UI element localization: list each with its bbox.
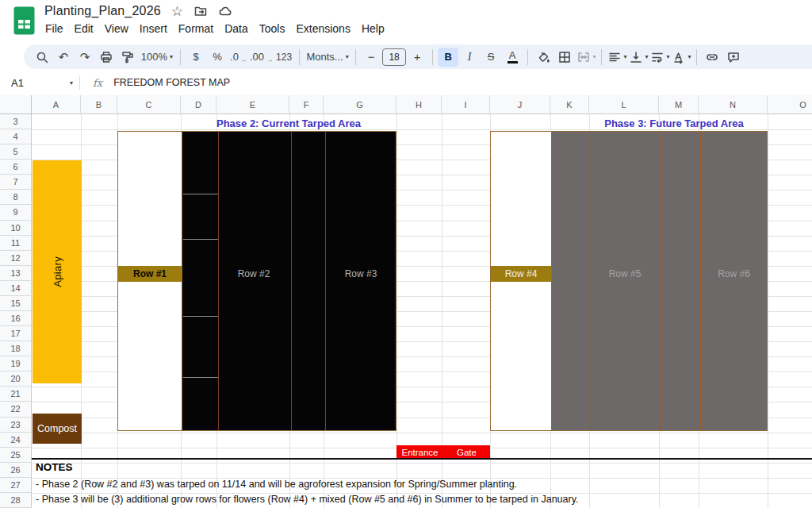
column-header-E[interactable]: E <box>216 95 289 114</box>
row-header-9[interactable]: 9 <box>0 205 32 220</box>
phase2-map[interactable]: Row #1 Row #2 Row #3 <box>117 131 396 431</box>
undo-button[interactable]: ↶ <box>53 48 74 67</box>
row-header-11[interactable]: 11 <box>0 236 32 251</box>
zoom-select[interactable]: 100% ▾ <box>139 48 175 67</box>
row-header-4[interactable]: 4 <box>0 129 32 144</box>
strikethrough-button[interactable]: S <box>481 48 501 67</box>
merge-cells-button[interactable]: ▾ <box>576 48 596 67</box>
row2-cell[interactable]: Row #2 <box>217 266 290 282</box>
formula-input[interactable]: FREEDOM FOREST MAP <box>113 77 812 88</box>
borders-button[interactable] <box>554 48 575 67</box>
row-header-8[interactable]: 8 <box>0 190 32 205</box>
star-icon[interactable]: ☆ <box>171 5 183 18</box>
row5-cell[interactable]: Row #5 <box>590 266 660 282</box>
phase2-title-cell[interactable]: Phase 2: Current Tarped Area <box>181 116 396 130</box>
increase-font-size-button[interactable]: + <box>407 48 427 67</box>
vertical-align-button[interactable]: ▾ <box>628 48 649 67</box>
row-header-5[interactable]: 5 <box>0 144 32 160</box>
note-line-2[interactable]: - Phase 3 will be (3) additional grow ro… <box>36 494 578 505</box>
italic-button[interactable]: I <box>459 48 480 67</box>
row-header-7[interactable]: 7 <box>0 175 32 190</box>
row-header-24[interactable]: 24 <box>0 433 32 448</box>
decrease-font-size-button[interactable]: − <box>361 48 381 67</box>
text-color-button[interactable]: A <box>502 48 523 67</box>
column-header-G[interactable]: G <box>324 95 396 114</box>
row-header-23[interactable]: 23 <box>0 418 32 433</box>
column-header-A[interactable]: A <box>32 95 81 114</box>
fill-color-button[interactable] <box>533 48 553 67</box>
entrance-gate-cells[interactable]: Entrance Gate <box>396 445 490 459</box>
row-header-21[interactable]: 21 <box>0 387 32 402</box>
row6-cell[interactable]: Row #6 <box>699 266 768 282</box>
menu-item-extensions[interactable]: Extensions <box>290 21 355 37</box>
menu-item-tools[interactable]: Tools <box>254 21 291 37</box>
column-header-M[interactable]: M <box>659 95 699 114</box>
column-header-K[interactable]: K <box>550 95 589 114</box>
decrease-decimals-button[interactable]: .0← <box>228 48 249 67</box>
column-header-L[interactable]: L <box>589 95 659 114</box>
row-header-15[interactable]: 15 <box>0 296 32 311</box>
horizontal-align-button[interactable]: ▾ <box>607 48 627 67</box>
menu-item-view[interactable]: View <box>99 21 134 37</box>
phase3-title-cell[interactable]: Phase 3: Future Tarped Area <box>555 116 793 130</box>
row-header-17[interactable]: 17 <box>0 326 32 341</box>
more-formats-button[interactable]: 123 <box>274 48 294 67</box>
font-family-select[interactable]: Monts... ▾ <box>304 48 350 67</box>
row-header-25[interactable]: 25 <box>0 448 32 463</box>
apiary-cell[interactable]: Apiary <box>33 160 82 383</box>
redo-button[interactable]: ↷ <box>75 48 95 67</box>
phase3-map[interactable]: Row #4 Row #5 Row #6 <box>490 131 768 431</box>
row-header-16[interactable]: 16 <box>0 311 32 326</box>
note-line-1[interactable]: - Phase 2 (Row #2 and #3) was tarped on … <box>36 479 517 490</box>
row-header-12[interactable]: 12 <box>0 251 32 266</box>
row-header-19[interactable]: 19 <box>0 356 32 371</box>
row4-cell[interactable]: Row #4 <box>491 266 551 282</box>
column-header-J[interactable]: J <box>490 95 550 114</box>
compost-cell[interactable]: Compost <box>33 414 82 444</box>
text-wrap-button[interactable]: ▾ <box>649 48 670 67</box>
row-header-22[interactable]: 22 <box>0 402 32 417</box>
search-button[interactable] <box>32 48 52 67</box>
name-box[interactable]: A1 ▾ <box>0 77 79 89</box>
percent-button[interactable]: % <box>207 48 228 67</box>
print-button[interactable] <box>96 48 117 67</box>
sheets-logo[interactable] <box>13 6 35 35</box>
row-header-10[interactable]: 10 <box>0 221 32 236</box>
bold-button[interactable]: B <box>438 48 458 67</box>
spreadsheet-grid[interactable]: ABCDEFGHIJKLMNO 345678910111213141516171… <box>0 95 812 508</box>
column-header-I[interactable]: I <box>442 95 490 114</box>
menu-item-data[interactable]: Data <box>219 21 254 37</box>
cloud-saved-icon[interactable] <box>218 4 232 18</box>
row-header-20[interactable]: 20 <box>0 371 32 387</box>
increase-decimals-button[interactable]: .00→ <box>250 48 273 67</box>
menu-item-help[interactable]: Help <box>356 21 390 37</box>
column-header-H[interactable]: H <box>396 95 442 114</box>
notes-heading-cell[interactable]: NOTES <box>36 461 73 473</box>
column-header-D[interactable]: D <box>181 95 216 114</box>
currency-button[interactable]: $ <box>186 48 206 67</box>
menu-item-file[interactable]: File <box>40 21 69 37</box>
row-header-13[interactable]: 13 <box>0 266 32 281</box>
menu-item-format[interactable]: Format <box>173 21 219 37</box>
row-header-27[interactable]: 27 <box>0 478 32 493</box>
row-header-14[interactable]: 14 <box>0 281 32 296</box>
insert-link-button[interactable] <box>702 48 722 67</box>
row-header-28[interactable]: 28 <box>0 493 32 508</box>
column-header-B[interactable]: B <box>81 95 117 114</box>
font-size-input[interactable]: 18 <box>382 48 406 66</box>
select-all-corner[interactable] <box>0 95 32 114</box>
row-header-26[interactable]: 26 <box>0 463 32 478</box>
column-header-F[interactable]: F <box>289 95 324 114</box>
column-header-C[interactable]: C <box>117 95 181 114</box>
column-header-N[interactable]: N <box>699 95 768 114</box>
row-header-18[interactable]: 18 <box>0 341 32 356</box>
row1-cell[interactable]: Row #1 <box>118 266 182 282</box>
document-title[interactable]: Planting_Plan_2026 <box>44 4 161 18</box>
text-rotation-button[interactable]: ▾ <box>671 48 691 67</box>
row-header-3[interactable]: 3 <box>0 114 32 129</box>
column-header-O[interactable]: O <box>768 95 812 114</box>
paint-format-button[interactable] <box>117 48 138 67</box>
menu-item-edit[interactable]: Edit <box>69 21 99 37</box>
row-header-6[interactable]: 6 <box>0 160 32 175</box>
move-to-folder-icon[interactable] <box>193 4 208 18</box>
